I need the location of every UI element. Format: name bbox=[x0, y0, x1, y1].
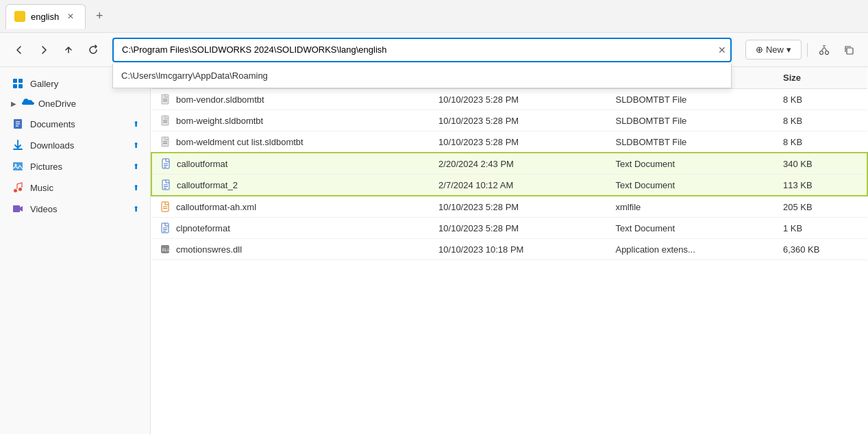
copy-button[interactable] bbox=[838, 39, 860, 61]
file-name-text: calloutformat-ah.xml bbox=[176, 202, 256, 212]
file-size-cell: 6,360 KB bbox=[775, 239, 867, 260]
file-name-text: calloutformat bbox=[177, 159, 227, 169]
table-row[interactable]: calloutformat_22/7/2024 10:12 AMText Doc… bbox=[151, 175, 867, 196]
toolbar-separator bbox=[807, 43, 808, 57]
file-date-cell: 10/10/2023 5:28 PM bbox=[430, 196, 607, 218]
table-row[interactable]: DLLcmotionswres.dll10/10/2023 10:18 PMAp… bbox=[151, 239, 867, 260]
documents-icon bbox=[11, 117, 25, 131]
file-type-cell: Text Document bbox=[607, 175, 775, 196]
file-date-cell: 10/10/2023 5:28 PM bbox=[430, 218, 607, 239]
pictures-icon bbox=[11, 159, 25, 173]
new-tab-button[interactable]: + bbox=[88, 5, 110, 27]
title-bar: english ✕ + bbox=[0, 0, 868, 33]
gallery-icon bbox=[11, 77, 25, 90]
file-icon bbox=[160, 179, 171, 190]
table-row[interactable]: clpnoteformat10/10/2023 5:28 PMText Docu… bbox=[151, 218, 867, 239]
file-size-cell: 205 KB bbox=[775, 196, 867, 218]
svg-rect-5 bbox=[847, 48, 853, 54]
svg-rect-15 bbox=[13, 162, 23, 170]
pin-icon-videos: ⬆ bbox=[133, 205, 139, 214]
file-name-cell: calloutformat_2 bbox=[151, 175, 430, 196]
forward-button[interactable] bbox=[33, 39, 55, 61]
sidebar-item-documents[interactable]: Documents ⬆ bbox=[3, 114, 147, 134]
svg-point-18 bbox=[18, 188, 22, 191]
file-size-cell: 113 KB bbox=[775, 175, 867, 196]
file-type-cell: SLDBOMTBT File bbox=[607, 110, 775, 131]
file-date-cell: 10/10/2023 10:18 PM bbox=[430, 239, 607, 260]
file-date-cell: 10/10/2023 5:28 PM bbox=[430, 110, 607, 131]
table-row[interactable]: calloutformat-ah.xml10/10/2023 5:28 PMxm… bbox=[151, 196, 867, 218]
toolbar-actions: ⊕ New ▾ bbox=[745, 39, 860, 61]
sidebar-label-documents: Documents bbox=[30, 119, 127, 129]
address-bar-input[interactable] bbox=[112, 38, 732, 62]
table-row[interactable]: bom-weight.sldbomtbt10/10/2023 5:28 PMSL… bbox=[151, 110, 867, 131]
column-size[interactable]: Size bbox=[775, 67, 867, 89]
address-suggestion[interactable]: C:\Users\lmcgarry\AppData\Roaming bbox=[113, 64, 731, 88]
table-row[interactable]: calloutformat2/20/2024 2:43 PMText Docum… bbox=[151, 153, 867, 175]
table-row[interactable]: bom-vendor.sldbomtbt10/10/2023 5:28 PMSL… bbox=[151, 89, 867, 110]
sidebar-item-music[interactable]: Music ⬆ bbox=[3, 177, 147, 198]
content-area: Name ↑ Date modified Type Size bom-vendo… bbox=[151, 67, 868, 434]
tab-folder-icon bbox=[14, 11, 25, 22]
file-icon bbox=[160, 115, 171, 126]
file-date-cell: 10/10/2023 5:28 PM bbox=[430, 131, 607, 153]
file-name-text: cmotionswres.dll bbox=[176, 244, 242, 255]
file-table: Name ↑ Date modified Type Size bom-vendo… bbox=[151, 67, 868, 260]
svg-point-0 bbox=[820, 51, 823, 54]
main-area: Gallery ▶ OneDrive Documents bbox=[0, 67, 868, 434]
svg-point-16 bbox=[15, 164, 17, 166]
file-icon bbox=[160, 201, 171, 212]
file-date-cell: 2/7/2024 10:12 AM bbox=[430, 175, 607, 196]
file-name-cell: calloutformat-ah.xml bbox=[151, 196, 430, 218]
file-name-text: bom-weight.sldbomtbt bbox=[176, 116, 263, 126]
downloads-icon bbox=[11, 138, 25, 152]
new-dropdown-icon: ▾ bbox=[786, 44, 791, 55]
address-clear-button[interactable]: ✕ bbox=[718, 44, 726, 55]
file-name-cell: bom-weldment cut list.sldbomtbt bbox=[151, 131, 430, 153]
file-icon bbox=[160, 158, 171, 169]
file-size-cell: 8 KB bbox=[775, 110, 867, 131]
sidebar-item-downloads[interactable]: Downloads ⬆ bbox=[3, 135, 147, 155]
table-row[interactable]: bom-weldment cut list.sldbomtbt10/10/202… bbox=[151, 131, 867, 153]
svg-rect-9 bbox=[18, 84, 23, 88]
sidebar-item-videos[interactable]: Videos ⬆ bbox=[3, 199, 147, 219]
svg-point-17 bbox=[14, 189, 17, 192]
sidebar: Gallery ▶ OneDrive Documents bbox=[0, 67, 151, 434]
onedrive-icon bbox=[21, 98, 34, 110]
back-button[interactable] bbox=[8, 39, 30, 61]
svg-line-2 bbox=[821, 47, 824, 51]
file-size-cell: 8 KB bbox=[775, 131, 867, 153]
file-name-cell: bom-weight.sldbomtbt bbox=[151, 110, 430, 131]
pin-icon-documents: ⬆ bbox=[133, 120, 139, 129]
file-name-cell: bom-vendor.sldbomtbt bbox=[151, 89, 430, 110]
sidebar-label-downloads: Downloads bbox=[30, 140, 127, 151]
file-icon: DLL bbox=[160, 244, 171, 255]
sidebar-item-pictures[interactable]: Pictures ⬆ bbox=[3, 156, 147, 177]
pin-icon-music: ⬆ bbox=[133, 183, 139, 192]
pin-icon-pictures: ⬆ bbox=[133, 162, 139, 171]
music-icon bbox=[11, 181, 25, 194]
sidebar-item-onedrive[interactable]: ▶ OneDrive bbox=[3, 94, 147, 113]
sidebar-label-videos: Videos bbox=[30, 204, 127, 214]
file-type-cell: SLDBOMTBT File bbox=[607, 131, 775, 153]
file-name-text: bom-vendor.sldbomtbt bbox=[176, 94, 264, 105]
svg-rect-7 bbox=[18, 79, 23, 83]
chevron-right-icon: ▶ bbox=[11, 100, 16, 107]
file-name-text: bom-weldment cut list.sldbomtbt bbox=[176, 137, 303, 147]
tab-english[interactable]: english ✕ bbox=[5, 4, 86, 29]
new-button[interactable]: ⊕ New ▾ bbox=[745, 40, 802, 60]
file-type-cell: xmlfile bbox=[607, 196, 775, 218]
sidebar-label-music: Music bbox=[30, 183, 127, 193]
pin-icon-downloads: ⬆ bbox=[133, 141, 139, 150]
new-plus-icon: ⊕ bbox=[756, 44, 763, 55]
file-name-text: clpnoteformat bbox=[176, 223, 230, 233]
tab-label: english bbox=[31, 12, 59, 22]
tab-close-button[interactable]: ✕ bbox=[64, 10, 77, 23]
file-icon bbox=[160, 136, 171, 147]
refresh-button[interactable] bbox=[82, 39, 104, 61]
cut-button[interactable] bbox=[813, 39, 835, 61]
file-name-text: calloutformat_2 bbox=[177, 180, 238, 190]
up-button[interactable] bbox=[58, 39, 79, 61]
address-bar-wrapper: ✕ C:\Users\lmcgarry\AppData\Roaming bbox=[112, 38, 732, 62]
address-dropdown: C:\Users\lmcgarry\AppData\Roaming bbox=[112, 64, 732, 88]
